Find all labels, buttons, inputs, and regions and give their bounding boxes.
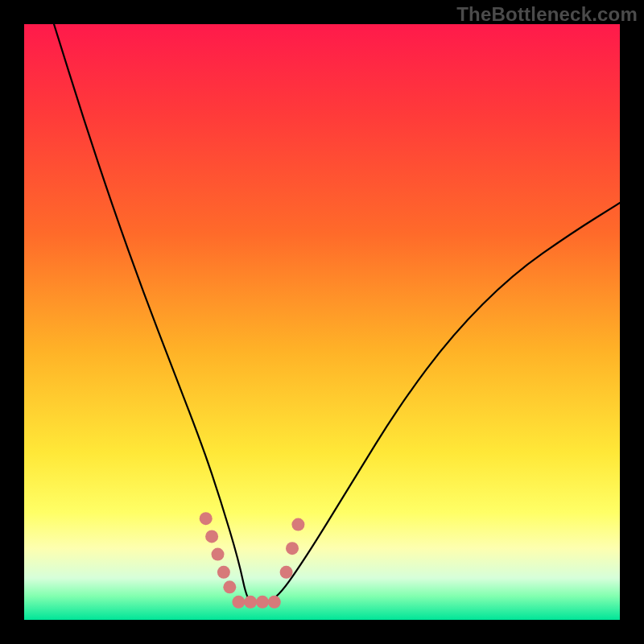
chart-frame: TheBottleneck.com: [0, 0, 644, 644]
marker-dot: [223, 580, 236, 593]
marker-dot: [205, 530, 218, 543]
marker-dot: [268, 596, 281, 609]
marker-dot: [280, 566, 293, 579]
chart-svg: [24, 24, 620, 620]
marker-dot: [256, 596, 269, 609]
marker-dot: [244, 596, 257, 609]
marker-dot: [217, 566, 230, 579]
watermark-text: TheBottleneck.com: [456, 3, 638, 26]
plot-area: [24, 24, 620, 620]
marker-dot: [286, 542, 299, 555]
marker-dot: [200, 512, 213, 525]
marker-dot: [212, 548, 225, 561]
marker-dot: [291, 518, 304, 531]
marker-dot: [232, 596, 245, 609]
